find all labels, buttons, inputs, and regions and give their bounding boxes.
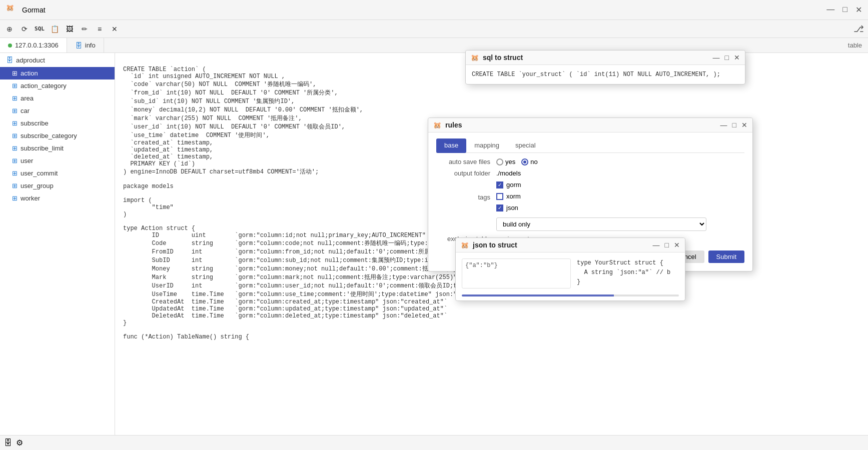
table-grid-icon: ⊞ [12,94,18,102]
refresh-icon[interactable]: ⟳ [19,24,30,34]
checkbox-xorm [496,193,503,200]
sql-struct-logo: 🐹 [471,54,479,62]
auto-save-label: auto save files [436,158,496,166]
bottom-settings-icon[interactable]: ⚙ [16,438,23,448]
add-connection-icon[interactable]: ⊕ [4,24,15,34]
json-struct-title-bar: 🐹 json to struct — □ ✕ [456,238,685,252]
db-icon: 🗄 [75,42,82,50]
tag-xorm-label: xorm [506,192,521,200]
auto-save-no[interactable]: no [521,158,537,166]
tag-json-label: json [506,204,518,212]
sidebar: 🗄 adproduct ⊞ action ⊞ action_category ⊞… [0,53,115,450]
sidebar-db-item[interactable]: 🗄 adproduct [0,53,115,67]
table-grid-icon: ⊞ [12,70,18,77]
sql-struct-content: CREATE TABLE `your_struct` ( `id` int(11… [472,71,720,78]
radio-yes-circle [496,158,503,166]
maximize-button[interactable]: □ [842,5,847,14]
window-controls[interactable]: — □ ✕ [826,5,862,14]
connection-item[interactable]: 127.0.0.1:3306 [0,38,67,52]
table-grid-icon: ⊞ [12,144,18,152]
bottom-db-icon[interactable]: 🗄 [4,438,12,448]
copy-icon[interactable]: 📋 [49,24,60,34]
table-item-action-category[interactable]: ⊞ action_category [0,80,115,92]
table-item-worker[interactable]: ⊞ worker [0,192,115,204]
tags-col: gorm xorm json [496,181,521,214]
rules-tab-special[interactable]: special [507,138,543,153]
table-name: action [21,70,38,77]
sql-icon[interactable]: SQL [34,24,45,34]
output-folder-value: ./models [496,170,521,177]
json-struct-logo: 🐹 [461,242,469,249]
image-icon[interactable]: 🖼 [64,24,75,34]
table-item-user[interactable]: ⊞ user [0,154,115,167]
output-folder-label: output folder [436,170,496,177]
table-grid-icon: ⊞ [12,82,18,90]
json-struct-maximize[interactable]: □ [665,241,669,249]
close-button[interactable]: ✕ [855,5,862,14]
table-name: subscribe [21,120,49,127]
tag-json[interactable]: json [496,204,521,212]
connection-address: 127.0.0.1:3306 [15,42,59,49]
tag-xorm[interactable]: xorm [496,192,521,200]
table-grid-icon: ⊞ [12,170,18,177]
tag-gorm[interactable]: gorm [496,181,521,188]
json-struct-close[interactable]: ✕ [674,241,680,249]
checkbox-json [496,204,503,212]
github-icon[interactable]: ⎇ [853,24,864,34]
menu-icon[interactable]: ≡ [94,24,105,34]
auto-save-yes[interactable]: yes [496,158,515,166]
radio-yes-label: yes [505,158,515,166]
sql-struct-minimize[interactable]: — [713,54,720,62]
table-item-subscribe[interactable]: ⊞ subscribe [0,117,115,130]
sql-struct-title: sql to struct [483,54,523,62]
json-struct-window: 🐹 json to struct — □ ✕ {"a":"b"} type Yo… [455,238,685,301]
table-grid-icon: ⊞ [12,107,18,114]
db-tab[interactable]: 🗄 info [67,38,104,52]
json-struct-title: json to struct [473,241,517,249]
table-item-subscribe-limit[interactable]: ⊞ subscribe_limit [0,142,115,154]
sql-struct-title-bar: 🐹 sql to struct — □ ✕ [466,50,745,65]
json-input[interactable]: {"a":"b"} [462,258,571,288]
tags-row: tags gorm xorm json [436,181,744,214]
tag-gorm-label: gorm [506,181,521,188]
rules-close[interactable]: ✕ [741,121,747,129]
table-grid-icon: ⊞ [12,132,18,140]
table-item-car[interactable]: ⊞ car [0,104,115,117]
close-toolbar-icon[interactable]: ✕ [109,24,120,34]
app-title: Gormat [22,6,46,14]
edit-icon[interactable]: ✏ [79,24,90,34]
rules-tab-mapping[interactable]: mapping [466,138,507,153]
table-name: user_commit [21,170,58,177]
auto-save-row: auto save files yes no [436,158,744,166]
table-name: area [21,94,34,102]
table-item-subscribe-category[interactable]: ⊞ subscribe_category [0,130,115,142]
tags-label: tags [436,194,496,201]
table-name: subscribe_category [21,132,77,140]
build-only-select[interactable]: build only [496,218,706,231]
rules-title-bar: 🐹 rules — □ ✕ [428,118,752,132]
rules-maximize[interactable]: □ [732,121,736,129]
submit-button[interactable]: Submit [708,250,744,263]
title-bar: 🐹 Gormat — □ ✕ [0,0,868,20]
json-struct-minimize[interactable]: — [653,241,660,249]
table-item-user-group[interactable]: ⊞ user_group [0,180,115,192]
table-list: ⊞ action ⊞ action_category ⊞ area ⊞ car … [0,67,115,450]
sidebar-db-name: adproduct [16,56,45,64]
sql-struct-window: 🐹 sql to struct — □ ✕ CREATE TABLE `your… [465,50,745,84]
rules-minimize[interactable]: — [720,121,727,129]
table-item-action[interactable]: ⊞ action [0,67,115,80]
minimize-button[interactable]: — [826,5,834,14]
sql-struct-maximize[interactable]: □ [725,54,729,62]
sql-struct-close[interactable]: ✕ [734,54,740,62]
rules-tab-base[interactable]: base [436,138,466,153]
table-grid-icon: ⊞ [12,120,18,127]
json-output: type YourStruct struct { A string `json:… [577,258,679,288]
json-input-text: {"a":"b"} [465,262,498,269]
app-logo: 🐹 [6,4,18,16]
table-name: action_category [21,82,67,90]
table-grid-icon: ⊞ [12,157,18,164]
table-item-user-commit[interactable]: ⊞ user_commit [0,167,115,180]
connection-status-dot [8,44,12,48]
table-item-area[interactable]: ⊞ area [0,92,115,104]
output-folder-row: output folder ./models [436,170,744,177]
